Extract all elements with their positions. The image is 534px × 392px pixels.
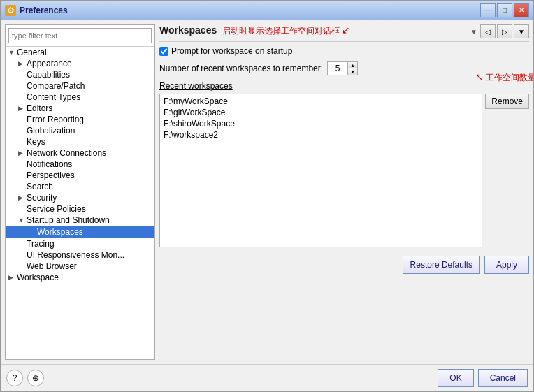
dialog-icon: ⚙: [5, 5, 16, 16]
tree-item-notifications[interactable]: Notifications: [6, 159, 154, 170]
close-button[interactable]: ✕: [514, 3, 529, 17]
tree-item-content-types[interactable]: Content Types: [6, 92, 154, 103]
workspaces-section: Recent workspaces F:\myWorkSpaceF:\gitWo…: [159, 81, 529, 247]
tree-label-search: Search: [27, 182, 53, 191]
annotation-text: 启动时显示选择工作空间对话框 ↙: [222, 24, 350, 37]
tree-arrow-general: ▼: [8, 49, 17, 56]
right-panel-title: Workspaces: [159, 24, 217, 36]
count-annotation: ↖ 工作空间数量: [475, 71, 533, 84]
tree-label-security: Security: [27, 193, 57, 203]
footer-right: OK Cancel: [438, 369, 528, 387]
tree-arrow-appearance: ▶: [18, 60, 27, 67]
tree-label-ui-responsiveness: UI Responsiveness Mon...: [27, 250, 124, 260]
spinner-down-button[interactable]: ▼: [347, 68, 357, 75]
link-icon: ⊕: [32, 373, 39, 383]
dialog-footer: ? ⊕ OK Cancel: [1, 364, 533, 391]
tree-item-service-policies[interactable]: Service Policies: [6, 203, 154, 215]
tree-item-workspaces[interactable]: Workspaces: [6, 226, 154, 238]
tree-item-tracing[interactable]: Tracing: [6, 238, 154, 249]
help-button[interactable]: ?: [6, 370, 23, 386]
tree-label-compare-patch: Compare/Patch: [27, 81, 85, 91]
tree-arrow-editors: ▶: [18, 105, 27, 112]
help-icon: ?: [13, 373, 17, 383]
tree-label-capabilities: Capabilities: [27, 70, 70, 80]
tree-item-general[interactable]: ▼General: [6, 47, 154, 58]
ok-button[interactable]: OK: [438, 369, 473, 387]
tree-label-workspaces: Workspaces: [37, 227, 83, 237]
right-panel: Workspaces 启动时显示选择工作空间对话框 ↙ ▼ ◁ ▷ ▼ Prom…: [159, 24, 529, 360]
tree-label-general: General: [17, 48, 47, 57]
tree-arrow-network-connections: ▶: [18, 150, 27, 157]
dialog-title: Preferences: [20, 6, 480, 15]
cancel-button[interactable]: Cancel: [478, 369, 528, 387]
tree-item-security[interactable]: ▶Security: [6, 192, 154, 203]
tree-arrow-workspace: ▶: [8, 274, 17, 281]
workspace-list-item[interactable]: F:\shiroWorkSpace: [161, 118, 480, 129]
spinner-up-button[interactable]: ▲: [347, 62, 357, 68]
tree-label-startup-and-shutdown: Startup and Shutdown: [27, 215, 110, 225]
prompt-checkbox-label: Prompt for workspace on startup: [171, 46, 292, 56]
tree-label-network-connections: Network Connections: [27, 148, 106, 158]
tree-label-service-policies: Service Policies: [27, 204, 86, 214]
right-section-footer: Restore Defaults Apply: [159, 253, 529, 274]
number-row: Number of recent workspaces to remember:…: [159, 61, 529, 75]
workspaces-list-wrapper: F:\myWorkSpaceF:\gitWorkSpaceF:\shiroWor…: [159, 94, 529, 247]
tree-label-globalization: Globalization: [27, 126, 75, 136]
tree-item-web-browser[interactable]: Web Browser: [6, 261, 154, 272]
nav-back-button[interactable]: ◁: [480, 24, 496, 38]
search-input[interactable]: [8, 28, 152, 43]
tree-label-error-reporting: Error Reporting: [27, 115, 84, 124]
tree-label-workspace: Workspace: [17, 273, 59, 282]
search-box: [6, 25, 154, 47]
tree-item-globalization[interactable]: Globalization: [6, 125, 154, 136]
tree-label-appearance: Appearance: [27, 59, 72, 68]
restore-defaults-button[interactable]: Restore Defaults: [403, 256, 480, 274]
remove-button[interactable]: Remove: [485, 94, 529, 109]
workspace-list-item[interactable]: F:\myWorkSpace: [161, 96, 480, 107]
number-label: Number of recent workspaces to remember:: [159, 64, 323, 73]
prompt-checkbox[interactable]: [159, 47, 168, 56]
tree-item-ui-responsiveness[interactable]: UI Responsiveness Mon...: [6, 249, 154, 261]
tree-item-compare-patch[interactable]: Compare/Patch: [6, 80, 154, 92]
workspace-list-item[interactable]: F:\workspace2: [161, 129, 480, 140]
nav-buttons: ▼ ◁ ▷ ▼: [470, 24, 529, 38]
tree-label-keys: Keys: [27, 137, 45, 147]
preferences-dialog: ⚙ Preferences ─ □ ✕ ▼General▶AppearanceC…: [0, 0, 534, 392]
tree-item-keys[interactable]: Keys: [6, 136, 154, 147]
link-button[interactable]: ⊕: [27, 370, 44, 386]
tree-item-workspace[interactable]: ▶Workspace: [6, 272, 154, 283]
right-header: Workspaces 启动时显示选择工作空间对话框 ↙ ▼ ◁ ▷ ▼: [159, 24, 529, 42]
tree-label-perspectives: Perspectives: [27, 170, 75, 180]
tree-item-capabilities[interactable]: Capabilities: [6, 69, 154, 80]
workspace-list-item[interactable]: F:\gitWorkSpace: [161, 107, 480, 118]
tree-item-network-connections[interactable]: ▶Network Connections: [6, 147, 154, 159]
tree-item-error-reporting[interactable]: Error Reporting: [6, 114, 154, 125]
spinner-buttons: ▲ ▼: [347, 62, 357, 75]
left-panel: ▼General▶AppearanceCapabilitiesCompare/P…: [5, 24, 155, 360]
dialog-content: ▼General▶AppearanceCapabilitiesCompare/P…: [1, 20, 533, 364]
tree-item-appearance[interactable]: ▶Appearance: [6, 58, 154, 69]
tree-view: ▼General▶AppearanceCapabilitiesCompare/P…: [6, 47, 154, 359]
tree-item-search[interactable]: Search: [6, 181, 154, 192]
workspaces-count-input[interactable]: [328, 62, 347, 75]
tree-label-notifications: Notifications: [27, 159, 72, 169]
recent-workspaces-label: Recent workspaces: [159, 81, 529, 91]
window-controls: ─ □ ✕: [480, 3, 529, 17]
spinner-wrapper: ▲ ▼: [327, 61, 358, 75]
maximize-button[interactable]: □: [497, 3, 512, 17]
apply-button[interactable]: Apply: [484, 256, 529, 274]
workspaces-list[interactable]: F:\myWorkSpaceF:\gitWorkSpaceF:\shiroWor…: [159, 94, 482, 247]
tree-arrow-startup-and-shutdown: ▼: [18, 217, 27, 224]
footer-left: ? ⊕: [6, 370, 44, 386]
tree-item-editors[interactable]: ▶Editors: [6, 103, 154, 114]
tree-item-perspectives[interactable]: Perspectives: [6, 170, 154, 181]
tree-label-web-browser: Web Browser: [27, 261, 77, 271]
nav-menu-button[interactable]: ▼: [514, 24, 529, 38]
minimize-button[interactable]: ─: [480, 3, 496, 17]
prompt-checkbox-row: Prompt for workspace on startup: [159, 46, 529, 56]
right-content: Prompt for workspace on startup Number o…: [159, 46, 529, 360]
tree-item-startup-and-shutdown[interactable]: ▼Startup and Shutdown: [6, 215, 154, 226]
tree-label-content-types: Content Types: [27, 92, 80, 102]
tree-label-tracing: Tracing: [27, 239, 55, 249]
nav-forward-button[interactable]: ▷: [497, 24, 512, 38]
